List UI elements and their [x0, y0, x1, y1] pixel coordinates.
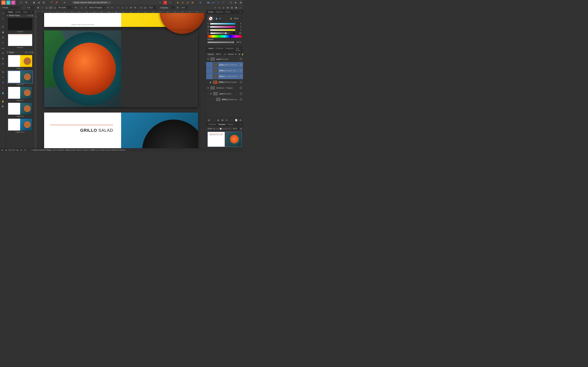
cyan-input[interactable]	[236, 23, 242, 25]
arrange-1-icon[interactable]: ▦	[176, 1, 180, 5]
tab-paragraph[interactable]: Paragraph	[224, 47, 235, 51]
fill-tool[interactable]: ◉	[1, 80, 5, 84]
bool-int-icon[interactable]: ◑	[239, 1, 242, 5]
layer-disclosure-icon[interactable]: ▼	[210, 93, 212, 95]
tab-assets[interactable]: Assets	[14, 11, 22, 13]
artistic-text-tool[interactable]: A	[1, 35, 5, 40]
unpin-icon[interactable]: 📌	[55, 1, 59, 5]
zoom-tool[interactable]: 🔍	[1, 105, 5, 109]
text-colour-swatch[interactable]	[49, 7, 52, 9]
arrange-4-icon[interactable]: ▩	[190, 1, 194, 5]
snapping-icon[interactable]: 🧲	[163, 1, 167, 5]
magenta-slider[interactable]: M	[208, 26, 242, 28]
tab-stroke[interactable]: Stroke	[224, 11, 231, 13]
tab-pages[interactable]: Pages	[7, 11, 14, 13]
ruler-unit[interactable]: mm	[34, 10, 37, 13]
tab-navigator[interactable]: Navigator	[217, 123, 227, 126]
navigator-viewport-box[interactable]	[208, 132, 242, 147]
zoom-out-icon[interactable]: ⊖	[214, 128, 215, 130]
none-colour-icon[interactable]: ⊘	[219, 17, 221, 20]
layer-row[interactable]: [IDML] (Simple cooks for✓	[206, 97, 243, 102]
shape-1-icon[interactable]: ⬠	[19, 1, 23, 5]
panel-menu-icon[interactable]: ≡	[239, 11, 242, 13]
spread-thumb[interactable]: Pages 2,3	[7, 55, 33, 69]
swirl-icon[interactable]: ❋	[24, 1, 28, 5]
picture-frame-tool[interactable]: ✉	[1, 51, 5, 55]
list-number-button[interactable]: 1≡	[144, 6, 147, 9]
rectangle-tool[interactable]: ▬	[1, 46, 5, 50]
transparency-tool[interactable]: ◌	[1, 86, 5, 90]
hue-strip[interactable]	[208, 35, 242, 38]
layer-visibility-checkbox[interactable]: ✓	[240, 75, 242, 77]
para-reset-icon[interactable]: ⟲	[106, 6, 110, 9]
tab-swatches[interactable]: Swatches	[214, 11, 224, 13]
pages-opt-1-icon[interactable]: ◫	[25, 51, 27, 53]
page-3[interactable]	[121, 13, 198, 27]
frame-props-5-icon[interactable]: ▥	[230, 6, 234, 9]
yellow-slider[interactable]: Y	[208, 29, 242, 31]
fill-stroke-well[interactable]	[208, 15, 214, 22]
layer-lock-icon[interactable]: 🔒	[242, 53, 243, 55]
cyan-slider[interactable]: C	[208, 23, 242, 25]
layer-visibility-checkbox[interactable]: ✓	[240, 93, 242, 95]
flip-v-icon[interactable]: ▲▼	[211, 1, 215, 5]
magenta-input[interactable]	[236, 26, 242, 28]
bool-sub-icon[interactable]: ◐	[234, 1, 238, 5]
layer-row[interactable]: [IDML] (RED THAI PRAWN C✓	[206, 62, 243, 68]
page-7[interactable]	[121, 113, 198, 148]
frame-props-1-icon[interactable]: ▭	[213, 6, 217, 9]
panel-menu-icon[interactable]: ≡	[239, 123, 242, 126]
baseline-grid-icon[interactable]: ≡	[158, 1, 162, 5]
layer-visibility-checkbox[interactable]: ✓	[240, 98, 242, 100]
columns-input[interactable]	[169, 6, 175, 9]
ruler-vertical[interactable]: 0204060801001201401601802002202402602803…	[34, 13, 37, 148]
persona-publisher[interactable]: ◢	[1, 0, 6, 5]
ruler-horizontal[interactable]: 0204060801001201401601802002202402602803…	[37, 10, 206, 13]
spread-thumb[interactable]: Pages 6,7	[7, 87, 33, 101]
layer-visibility-checkbox[interactable]: ✓	[240, 81, 242, 83]
rotate-r-icon[interactable]: ↷	[221, 1, 225, 5]
panel-menu-icon[interactable]: ≡	[30, 11, 33, 13]
zoom-slider[interactable]	[216, 128, 231, 129]
next-page-button[interactable]: ▶	[17, 149, 19, 151]
layer-disclosure-icon[interactable]: ▶	[210, 81, 211, 83]
last-page-button[interactable]: ⏭	[20, 149, 23, 151]
arrange-2-icon[interactable]: ▧	[181, 1, 185, 5]
master-b-thumb[interactable]: B-Master	[7, 34, 33, 48]
layer-row[interactable]: ▼Layer 1 (Layer)✓	[206, 56, 243, 62]
shape-tool[interactable]: ◍	[1, 56, 5, 60]
pages-header[interactable]: ▼ Pages ◫ ▭ ▯ ◫	[6, 51, 34, 54]
black-slider[interactable]: K	[208, 32, 242, 34]
pin-icon[interactable]: 📍	[50, 1, 53, 5]
pan-tool[interactable]: ✋	[1, 99, 5, 103]
spread-6-7[interactable]: GRILLO SALAD	[44, 113, 198, 148]
preview-icon[interactable]: 👁	[62, 1, 66, 5]
colour-mode-select[interactable]: 🔒 CMYK	[229, 17, 242, 20]
tab-colour[interactable]: Colour	[207, 11, 214, 13]
fx-icon[interactable]: fx	[225, 118, 228, 122]
spreads-viewport[interactable]: Simple cooks for taste and looks RED THA…	[39, 13, 204, 148]
master-opt-3-icon[interactable]: ◫	[32, 15, 33, 17]
bold-button[interactable]: B	[36, 6, 40, 9]
frame-text-tool[interactable]: ▯T	[1, 25, 5, 29]
node-tool[interactable]: ▷	[1, 17, 5, 21]
zoom-input[interactable]	[232, 127, 239, 130]
pages-opt-4-icon[interactable]: ◫	[32, 51, 33, 53]
colour-picker-icon[interactable]: 💧	[215, 17, 218, 20]
layout-1-icon[interactable]: ▣	[32, 1, 36, 5]
para-icon[interactable]: ¶	[84, 6, 87, 9]
overflow-icon[interactable]: »	[239, 6, 242, 9]
colour-opacity-slider[interactable]	[208, 41, 242, 43]
zoom-in-icon[interactable]: ⊕	[240, 128, 242, 130]
yellow-input[interactable]	[236, 29, 242, 31]
tab-character[interactable]: Character	[215, 47, 224, 51]
colour-opacity-input[interactable]	[235, 41, 242, 43]
frame-props-6-icon[interactable]: ▦	[234, 6, 238, 9]
layer-disclosure-icon[interactable]: ▼	[207, 58, 209, 60]
black-input[interactable]	[236, 32, 242, 34]
spread-4-5[interactable]: RED THAI PRAWN CURRY 1 carrot, sliced1 s…	[44, 30, 198, 107]
tab-history[interactable]: History	[227, 123, 234, 126]
mask-icon[interactable]: ◐	[217, 118, 220, 122]
typography-icon[interactable]: a	[80, 6, 83, 9]
layer-visibility-checkbox[interactable]: ✓	[240, 64, 242, 66]
